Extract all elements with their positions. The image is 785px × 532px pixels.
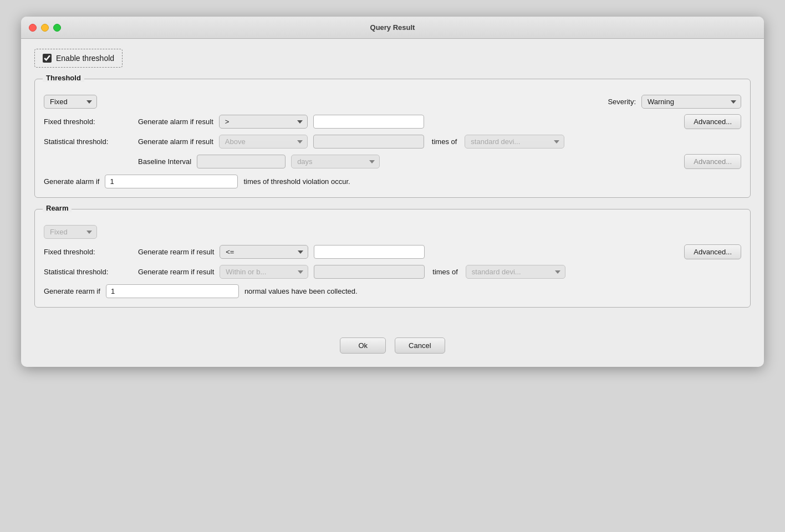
baseline-value-input[interactable]	[197, 155, 286, 168]
severity-label: Severity:	[608, 98, 636, 106]
severity-select[interactable]: Warning Minor Major Critical	[641, 95, 741, 109]
rearm-direction-select[interactable]: Within or b... Within or above	[220, 265, 308, 279]
fixed-threshold-row: Fixed threshold: Generate alarm if resul…	[44, 114, 741, 129]
rearm-fixed-label: Fixed threshold:	[44, 248, 132, 256]
rearm-fixed-row: Fixed threshold: Generate rearm if resul…	[44, 244, 741, 259]
statistical-threshold-row: Statistical threshold: Generate alarm if…	[44, 135, 741, 149]
cancel-button[interactable]: Cancel	[395, 337, 445, 354]
rearm-operator-select[interactable]: <= < > >= = !=	[220, 245, 308, 259]
statistical-threshold-label: Statistical threshold:	[44, 137, 132, 146]
rearm-fixed-generate-label: Generate rearm if result	[138, 248, 214, 256]
generate-rearm-row: Generate rearm if normal values have bee…	[44, 284, 741, 298]
rearm-statistical-label: Statistical threshold:	[44, 268, 132, 276]
threshold-section: Threshold Fixed Statistical Severity: Wa…	[34, 79, 751, 198]
close-button[interactable]	[29, 24, 37, 32]
content-area: Enable threshold Threshold Fixed Statist…	[21, 39, 764, 332]
enable-threshold-checkbox-container[interactable]: Enable threshold	[34, 49, 123, 68]
generate-alarm-row: Generate alarm if times of threshold vio…	[44, 175, 741, 188]
minimize-button[interactable]	[41, 24, 49, 32]
maximize-button[interactable]	[53, 24, 61, 32]
main-window: Query Result Enable threshold Threshold …	[21, 17, 764, 367]
baseline-interval-row: Baseline Interval days hours minutes Adv…	[44, 154, 741, 169]
statistical-direction-select[interactable]: Above Below Above or below	[219, 135, 308, 149]
rearm-advanced-button[interactable]: Advanced...	[684, 244, 741, 259]
statistical-generate-label: Generate alarm if result	[138, 137, 213, 146]
ok-button[interactable]: Ok	[340, 337, 386, 354]
rearm-statistical-generate-label: Generate rearm if result	[138, 268, 214, 276]
rearm-type-select[interactable]: Fixed Statistical	[44, 225, 97, 239]
traffic-lights	[29, 24, 61, 32]
generate-alarm-label: Generate alarm if	[44, 177, 99, 186]
rearm-section-title: Rearm	[43, 204, 72, 212]
fixed-advanced-button[interactable]: Advanced...	[684, 114, 741, 129]
times-of-label: times of	[432, 137, 457, 146]
statistical-stddev-select[interactable]: standard devi...	[465, 135, 564, 149]
statistical-value-input[interactable]	[313, 135, 424, 149]
enable-threshold-label: Enable threshold	[56, 54, 114, 63]
baseline-advanced-button[interactable]: Advanced...	[684, 154, 741, 169]
threshold-type-select[interactable]: Fixed Statistical	[44, 95, 97, 109]
baseline-interval-label: Baseline Interval	[138, 157, 191, 166]
titlebar: Query Result	[21, 17, 764, 39]
generate-alarm-value[interactable]	[105, 175, 238, 188]
generate-rearm-label: Generate rearm if	[44, 287, 100, 295]
enable-threshold-row: Enable threshold	[34, 49, 751, 68]
rearm-section: Rearm Fixed Statistical Fixed threshold:…	[34, 209, 751, 308]
threshold-type-row: Fixed Statistical Severity: Warning Mino…	[44, 95, 741, 109]
generate-alarm-suffix: times of threshold violation occur.	[243, 177, 350, 186]
rearm-type-row: Fixed Statistical	[44, 225, 741, 239]
fixed-value-input[interactable]	[313, 115, 424, 129]
enable-threshold-checkbox[interactable]	[43, 54, 52, 63]
rearm-times-of-label: times of	[432, 268, 458, 276]
threshold-section-title: Threshold	[43, 74, 84, 82]
rearm-statistical-row: Statistical threshold: Generate rearm if…	[44, 265, 741, 279]
rearm-statistical-value-input[interactable]	[314, 265, 425, 279]
rearm-stddev-select[interactable]: standard devi...	[466, 265, 565, 279]
fixed-generate-label: Generate alarm if result	[138, 117, 213, 126]
generate-rearm-suffix: normal values have been collected.	[244, 287, 358, 295]
fixed-operator-select[interactable]: > >= < <= = !=	[219, 115, 308, 129]
rearm-value-input[interactable]	[314, 245, 425, 259]
footer: Ok Cancel	[21, 332, 764, 367]
baseline-unit-select[interactable]: days hours minutes	[291, 155, 380, 168]
generate-rearm-value[interactable]	[106, 284, 239, 298]
fixed-threshold-label: Fixed threshold:	[44, 117, 132, 126]
window-title: Query Result	[370, 23, 415, 32]
